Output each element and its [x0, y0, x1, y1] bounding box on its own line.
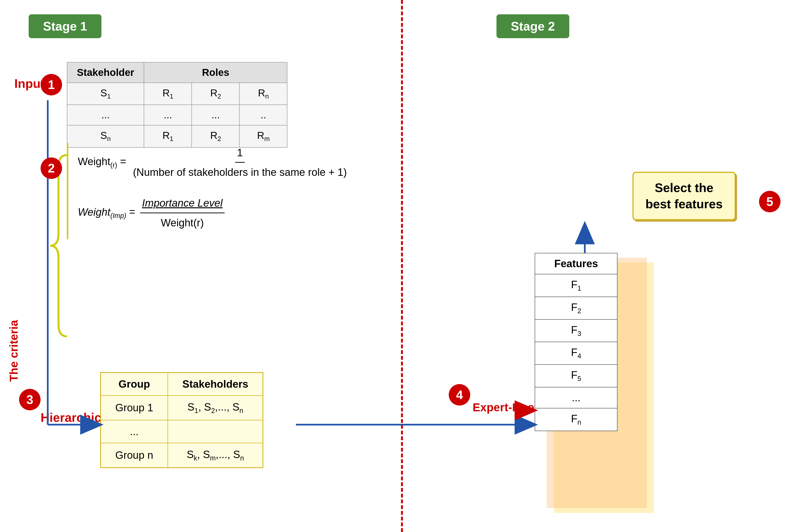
feature-f1: F1 [535, 274, 617, 297]
col-roles: Roles [144, 62, 287, 83]
step-3-circle: 3 [19, 389, 41, 410]
importance-level: Importance Level [140, 193, 225, 213]
feature-f5: F5 [535, 364, 617, 387]
stage-divider [401, 0, 403, 532]
cell-dots-rn: .. [239, 105, 287, 125]
step-2-circle: 2 [41, 157, 62, 179]
weight-r-denom: Weight(r) [159, 213, 206, 232]
select-features-box: Select thebest features [633, 172, 735, 220]
cluster-stakeholders1: S1, S2,..., Sn [168, 396, 263, 420]
feature-row: F3 [535, 320, 617, 342]
cluster-row: ... [101, 420, 263, 443]
input-table: Stakeholder Roles S1 R1 R2 Rn ... ... ..… [67, 62, 287, 148]
criteria-label: The criteria [7, 167, 20, 382]
stage2-banner: Stage 2 [497, 14, 569, 38]
cluster-col-group: Group [101, 373, 168, 396]
feature-dots: ... [535, 387, 617, 408]
denominator-role: (Number of stakeholders in the same role… [131, 163, 349, 182]
step-1-circle: 1 [41, 74, 62, 95]
feature-row: F2 [535, 297, 617, 320]
numerator-1: 1 [235, 143, 245, 163]
step-4-circle: 4 [449, 384, 470, 405]
stage1-banner: Stage 1 [29, 14, 101, 38]
feature-f4: F4 [535, 342, 617, 364]
feature-f3: F3 [535, 320, 617, 342]
weight-imp-text: Weight(Imp) [78, 206, 126, 218]
cluster-groupn: Group n [101, 443, 168, 468]
cell-r2-1: R2 [192, 83, 239, 105]
feature-row: Fn [535, 408, 617, 431]
feature-row: ... [535, 387, 617, 408]
cell-rn-1: Rn [239, 83, 287, 105]
feature-row: F1 [535, 274, 617, 297]
features-header: Features [535, 253, 617, 274]
cluster-stakeholders-dots [168, 420, 263, 443]
weight-imp-eq: = [129, 206, 138, 218]
cluster-table: Group Stakeholders Group 1 S1, S2,..., S… [100, 372, 263, 468]
features-table: Features F1 F2 F3 F4 F5 ... Fn [535, 253, 617, 431]
cluster-col-stakeholders: Stakeholders [168, 373, 263, 396]
step-5-circle: 5 [759, 191, 781, 212]
table-row: S1 R1 R2 Rn [67, 83, 287, 105]
fraction-weight-r: 1 (Number of stakeholders in the same ro… [131, 143, 349, 182]
cluster-row: Group n Sk, Sm,..., Sn [101, 443, 263, 468]
cluster-group1: Group 1 [101, 396, 168, 420]
formula-box: Weight(r) = 1 (Number of stakeholders in… [67, 143, 351, 239]
cell-dots-s: ... [67, 105, 144, 125]
cell-s1: S1 [67, 83, 144, 105]
cluster-dots: ... [101, 420, 168, 443]
cluster-row: Group 1 S1, S2,..., Sn [101, 396, 263, 420]
cell-dots-r1: ... [144, 105, 192, 125]
feature-row: F4 [535, 342, 617, 364]
cell-dots-r2: ... [192, 105, 239, 125]
weight-r-text: Weight(r) = [78, 155, 129, 167]
fraction-weight-imp: Importance Level Weight(r) [140, 193, 225, 232]
table-row: ... ... ... .. [67, 105, 287, 125]
cluster-stakeholdersn: Sk, Sm,..., Sn [168, 443, 263, 468]
formula-weight-r: Weight(r) = 1 (Number of stakeholders in… [78, 143, 351, 182]
feature-row: F5 [535, 364, 617, 387]
input-label: Input [14, 76, 45, 91]
cell-r1-1: R1 [144, 83, 192, 105]
formula-weight-imp: Weight(Imp) = Importance Level Weight(r) [78, 193, 351, 232]
feature-fn: Fn [535, 408, 617, 431]
col-stakeholder: Stakeholder [67, 62, 144, 83]
feature-f2: F2 [535, 297, 617, 320]
